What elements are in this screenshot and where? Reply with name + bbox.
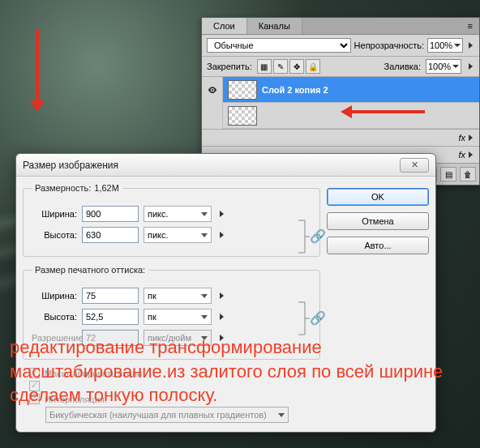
doc-width-input[interactable] [82, 288, 139, 304]
annotation-arrow-left [341, 105, 425, 118]
filesize: 1,62M [94, 183, 119, 193]
layer-name[interactable]: Слой 2 копия 2 [262, 85, 328, 95]
delete-layer-icon[interactable]: 🗑 [460, 167, 476, 181]
layer-list: Слой 2 копия 2 fx fx [202, 77, 479, 163]
pixel-height-unit[interactable]: пикс. [144, 227, 212, 243]
visibility-toggle-icon[interactable] [202, 77, 223, 103]
opacity-flyout-icon[interactable] [466, 38, 474, 53]
pixel-dimensions-group: Размерность:1,62M Ширина: пикс. Высота: … [23, 183, 320, 257]
width-label: Ширина: [32, 209, 77, 219]
chevron-right-icon[interactable] [216, 232, 226, 238]
layer-thumbnail[interactable] [228, 106, 257, 126]
pixel-width-input[interactable] [82, 206, 139, 222]
group2-legend: Размер печатного оттиска: [32, 265, 148, 275]
doc-width-unit[interactable]: пк [144, 288, 212, 304]
annotation-text: редактирование трансформирование масштаб… [10, 335, 475, 407]
panel-tabs: Слои Каналы ≡ [202, 18, 479, 35]
fill-value[interactable]: 100% [426, 59, 461, 74]
lock-all-icon[interactable]: 🔒 [306, 59, 320, 74]
layer-effects-row[interactable]: fx [202, 129, 479, 146]
chevron-right-icon[interactable] [216, 292, 226, 299]
cancel-button[interactable]: Отмена [327, 212, 429, 230]
constrain-link-icon[interactable]: 🔗 [310, 228, 326, 244]
pixel-width-unit[interactable]: пикс. [144, 206, 212, 222]
constrain-link-icon[interactable]: 🔗 [310, 310, 326, 326]
annotation-arrow-down [36, 29, 45, 112]
fx-label: fx [458, 133, 465, 143]
close-button[interactable]: ✕ [400, 158, 429, 173]
interpolation-select: Бикубическая (наилучшая для плавных град… [45, 407, 289, 423]
lock-position-icon[interactable]: ✥ [289, 59, 304, 74]
fill-label: Заливка: [384, 62, 421, 71]
doc-height-label: Высота: [32, 312, 77, 322]
svg-point-0 [211, 88, 212, 90]
dialog-titlebar[interactable]: Размер изображения ✕ [16, 154, 435, 177]
chevron-right-icon[interactable] [216, 314, 226, 320]
ok-button[interactable]: OK [327, 188, 429, 206]
doc-width-label: Ширина: [32, 291, 77, 301]
doc-height-input[interactable] [82, 309, 139, 325]
layer-thumbnail[interactable] [228, 80, 257, 100]
pixel-height-input[interactable] [82, 227, 139, 243]
tab-layers[interactable]: Слои [202, 18, 247, 34]
auto-button[interactable]: Авто... [327, 237, 429, 254]
doc-height-unit[interactable]: пк [144, 309, 212, 325]
panel-menu-icon[interactable]: ≡ [461, 18, 479, 34]
dialog-title: Размер изображения [23, 160, 118, 171]
chevron-right-icon [469, 134, 473, 141]
lock-pixels-icon[interactable]: ✎ [273, 59, 288, 74]
fx-label: fx [458, 150, 465, 160]
lock-label: Закрепить: [207, 62, 252, 71]
blend-mode-select[interactable]: Обычные [207, 38, 351, 53]
visibility-toggle-icon[interactable] [202, 103, 223, 129]
new-layer-icon[interactable]: ▤ [440, 167, 456, 181]
fill-flyout-icon[interactable] [466, 59, 474, 74]
lock-transparency-icon[interactable]: ▦ [257, 59, 272, 74]
layer-row-selected[interactable]: Слой 2 копия 2 [202, 77, 479, 103]
height-label: Высота: [32, 230, 77, 240]
group1-legend: Размерность: [35, 183, 91, 193]
chevron-right-icon[interactable] [216, 211, 226, 217]
tab-channels[interactable]: Каналы [247, 18, 302, 34]
chevron-right-icon [469, 151, 473, 158]
opacity-label: Непрозрачность: [354, 41, 424, 50]
opacity-value[interactable]: 100% [427, 38, 463, 53]
